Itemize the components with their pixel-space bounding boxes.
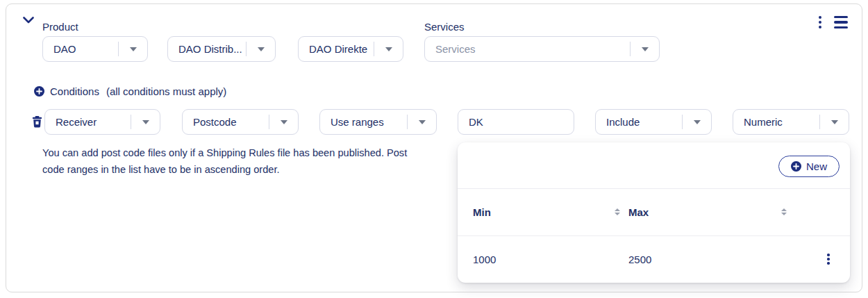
chevron-down-icon bbox=[131, 120, 160, 124]
postcode-ranges-card: New Min Max 1000 250 bbox=[458, 142, 850, 283]
cell-min: 1000 bbox=[473, 254, 496, 265]
postcode-help-text: You can add post code files only if a Sh… bbox=[42, 145, 424, 178]
product-subtype-dropdown-value: DAO Distrib... bbox=[168, 43, 246, 55]
trash-icon bbox=[32, 116, 42, 128]
cell-max: 2500 bbox=[628, 254, 651, 265]
country-code-input[interactable] bbox=[458, 109, 574, 135]
plus-circle-icon bbox=[791, 161, 801, 172]
product-label: Product bbox=[42, 21, 78, 33]
chevron-down-icon bbox=[119, 47, 147, 51]
condition-attribute-value: Postcode bbox=[183, 116, 269, 128]
kebab-menu-icon[interactable] bbox=[815, 14, 825, 31]
product-variant-dropdown[interactable]: DAO Direkte bbox=[298, 36, 403, 62]
product-variant-dropdown-value: DAO Direkte bbox=[299, 43, 374, 55]
chevron-down-icon bbox=[374, 47, 403, 51]
rule-editor-page: Product DAO DAO Distrib... DAO Direkte S… bbox=[0, 0, 868, 298]
delete-condition-button[interactable] bbox=[30, 115, 44, 129]
column-header-min: Min bbox=[473, 206, 491, 218]
collapse-section-button[interactable] bbox=[20, 12, 37, 28]
new-range-button-label: New bbox=[806, 160, 827, 172]
services-dropdown[interactable]: Services bbox=[424, 36, 660, 62]
condition-field-value: Receiver bbox=[45, 116, 131, 128]
row-kebab-menu-icon[interactable] bbox=[822, 251, 835, 267]
condition-inclusion-value: Include bbox=[596, 116, 682, 128]
conditions-title: Conditions bbox=[50, 85, 99, 97]
ranges-table-header: Min Max bbox=[458, 188, 850, 235]
condition-format-value: Numeric bbox=[733, 116, 819, 128]
condition-mode-dropdown[interactable]: Use ranges bbox=[319, 109, 437, 135]
condition-mode-value: Use ranges bbox=[320, 116, 407, 128]
condition-field-dropdown[interactable]: Receiver bbox=[44, 109, 160, 135]
product-subtype-dropdown[interactable]: DAO Distrib... bbox=[167, 36, 276, 62]
add-condition-icon[interactable] bbox=[34, 86, 44, 97]
hamburger-menu-icon[interactable] bbox=[834, 14, 849, 31]
sort-icon[interactable] bbox=[781, 208, 787, 215]
product-dropdown-value: DAO bbox=[43, 43, 118, 55]
services-label: Services bbox=[424, 21, 465, 33]
chevron-down-icon bbox=[247, 47, 275, 51]
sort-icon[interactable] bbox=[615, 208, 620, 215]
chevron-down-icon bbox=[683, 120, 711, 124]
rule-panel: Product DAO DAO Distrib... DAO Direkte S… bbox=[6, 3, 862, 292]
condition-attribute-dropdown[interactable]: Postcode bbox=[182, 109, 299, 135]
chevron-down-icon bbox=[820, 120, 849, 124]
services-dropdown-placeholder: Services bbox=[425, 43, 630, 55]
chevron-down-icon bbox=[631, 47, 659, 51]
column-header-max: Max bbox=[628, 206, 649, 218]
table-row: 1000 2500 bbox=[458, 235, 850, 283]
chevron-down-icon bbox=[269, 120, 298, 124]
conditions-header: Conditions (all conditions must apply) bbox=[34, 85, 226, 97]
condition-inclusion-dropdown[interactable]: Include bbox=[595, 109, 712, 135]
product-dropdown[interactable]: DAO bbox=[42, 36, 148, 62]
chevron-down-icon bbox=[23, 17, 34, 24]
conditions-subtitle: (all conditions must apply) bbox=[106, 85, 226, 97]
chevron-down-icon bbox=[408, 120, 436, 124]
condition-format-dropdown[interactable]: Numeric bbox=[733, 109, 849, 135]
new-range-button[interactable]: New bbox=[778, 156, 840, 177]
panel-actions bbox=[815, 14, 849, 31]
